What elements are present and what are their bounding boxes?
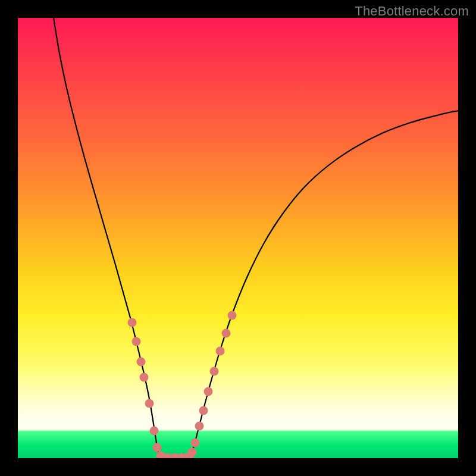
marker-dot [210,367,219,376]
marker-dot [195,422,204,431]
plot-area [18,18,458,458]
marker-dot [199,406,208,415]
curve-right-arm [190,111,458,457]
marker-dot [228,311,237,320]
marker-dot [132,337,141,346]
marker-dot [137,358,146,367]
curve-left-arm [54,18,161,457]
marker-dot [204,387,213,396]
watermark-text: TheBottleneck.com [355,4,469,19]
marker-dot [191,439,200,447]
marker-dot [145,399,154,408]
marker-dot [188,448,197,457]
marker-dot [128,318,137,327]
marker-dot [153,443,162,452]
marker-dot [150,427,159,436]
marker-dot [140,373,149,382]
marker-dot [222,329,231,338]
marker-dot [216,347,225,356]
curve-layer [18,18,458,458]
outer-black-frame: TheBottleneck.com [0,0,476,476]
